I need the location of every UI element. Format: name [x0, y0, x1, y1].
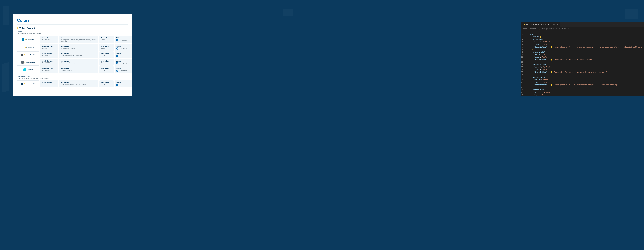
desc-card: Descrizione Colore primario rappresenta,…	[59, 36, 98, 43]
bullet-icon	[24, 62, 25, 63]
color-swatch	[21, 54, 24, 56]
status-icon: ⟳	[116, 70, 118, 72]
code-line[interactable]: "type": "color",	[525, 94, 644, 96]
code-line[interactable]: {	[525, 31, 644, 33]
type-card: Type token Colore	[100, 51, 114, 58]
color-swatch	[21, 61, 24, 64]
token-name: $secondary-90	[26, 62, 35, 63]
group-subtitle: Declinati dai colori del brand INPS	[17, 33, 128, 34]
token-name: $accent	[28, 69, 33, 70]
line-number: 22	[521, 84, 523, 86]
status-value: In evoluzione	[119, 63, 128, 64]
status-icon: ⟳	[116, 55, 118, 57]
line-number: 12	[521, 58, 523, 61]
code-content[interactable]: { "color": { "global": { "primary-100": …	[525, 31, 644, 96]
status-icon: ⟳	[116, 47, 118, 50]
code-line[interactable]: "secondary-90": {	[525, 76, 644, 79]
editor-tab-bar: {} design-tokens-to-convert.json ×	[521, 22, 644, 27]
status-card: Status ⟳ In evoluzione	[114, 66, 132, 73]
token-row: $secondary-100 Specifiche token HEX #454…	[17, 51, 128, 58]
line-number: 16	[521, 68, 523, 71]
token-row: $primary-100 Specifiche token HEX #007db…	[17, 36, 128, 43]
token-swatch-card[interactable]: $primary-000	[17, 44, 39, 51]
code-line[interactable]: },	[525, 61, 644, 63]
status-value: In evoluzione	[119, 48, 128, 49]
breadcrumb-segment[interactable]: ...	[574, 28, 576, 30]
line-number: 1	[521, 31, 523, 33]
code-line[interactable]: },	[525, 86, 644, 89]
status-card: Status ⟳ In evoluzione	[114, 36, 132, 43]
code-line[interactable]: "type": "color",	[525, 56, 644, 58]
token-row: $primary-000 Specifiche token HEX #fffff…	[17, 44, 128, 51]
doc-panel: Colori Token Globali Colori base Declina…	[12, 14, 132, 96]
token-name: $secondary-100	[26, 54, 35, 56]
bullet-icon	[24, 83, 25, 84]
line-number: 18	[521, 74, 523, 76]
color-swatch	[21, 83, 24, 85]
token-swatch-card[interactable]: $secondary-90	[17, 59, 39, 66]
type-card: Type token Colore	[100, 44, 114, 51]
line-number: 4	[521, 38, 523, 41]
code-line[interactable]: "value": "#18cee7",	[525, 91, 644, 94]
code-line[interactable]: "description": "🟡 Token globale: Colore …	[525, 71, 644, 74]
code-line[interactable]: "type": "color",	[525, 43, 644, 46]
code-line[interactable]: "type": "color",	[525, 68, 644, 71]
breadcrumb-segment[interactable]: {} design-tokens-to-convert.json	[539, 28, 570, 30]
line-number: 17	[521, 71, 523, 74]
code-line[interactable]: "value": "#5b6772",	[525, 79, 644, 81]
code-line[interactable]: "description": "🟡 Token globale: Colore …	[525, 46, 644, 48]
code-line[interactable]: "primary-000": {	[525, 51, 644, 53]
color-swatch	[22, 38, 24, 41]
code-area[interactable]: 1234567891011121314151617181920212223242…	[521, 31, 644, 96]
code-line[interactable]: "type": "color",	[525, 81, 644, 84]
line-number: 6	[521, 43, 523, 46]
bullet-icon	[25, 39, 26, 40]
line-number: 20	[521, 79, 523, 81]
token-name: $primary-100	[26, 39, 34, 40]
code-line[interactable]: "value": "#ffffff",	[525, 53, 644, 56]
code-line[interactable]: "color": {	[525, 33, 644, 36]
line-number: 19	[521, 76, 523, 79]
desc-card: Descrizione Colore secondario grigio sub…	[59, 59, 98, 66]
desc-card: Descrizione Colore scuro declinato dal c…	[59, 80, 98, 87]
status-icon: ⟳	[116, 39, 118, 41]
line-number: 10	[521, 53, 523, 56]
token-swatch-card[interactable]: $primary-100	[17, 36, 39, 43]
type-card: Type token Colore	[100, 80, 114, 87]
group-subtitle: Palette cromatica declinata dal colore p…	[17, 77, 128, 79]
code-line[interactable]: "description": "🟡 Token globale: Colore …	[525, 84, 644, 86]
token-swatch-card[interactable]: $secondary-100	[17, 51, 39, 58]
breadcrumb-segment[interactable]: tokens	[530, 28, 536, 30]
editor-tab[interactable]: {} design-tokens-to-convert.json ×	[521, 22, 560, 27]
code-line[interactable]: "accent-100": {	[525, 89, 644, 91]
code-line[interactable]: "global": {	[525, 36, 644, 38]
bullet-icon	[25, 47, 26, 48]
close-icon[interactable]: ×	[557, 23, 558, 26]
code-line[interactable]: "description": "🟡 Token globale: Colore …	[525, 58, 644, 61]
page-title: Colori	[17, 18, 128, 23]
type-card: Type token Colore	[100, 59, 114, 66]
token-swatch-card[interactable]: $accent	[17, 66, 39, 73]
code-line[interactable]: "value": "#007db3",	[525, 41, 644, 43]
code-line[interactable]: },	[525, 74, 644, 76]
group-title: Colori base	[17, 31, 128, 33]
line-number: 21	[521, 81, 523, 84]
code-line[interactable]: },	[525, 48, 644, 51]
status-value: In evoluzione	[119, 70, 128, 71]
bullet-icon	[27, 69, 28, 70]
breadcrumb-segment[interactable]: inps	[523, 28, 527, 30]
status-icon: ⟳	[116, 62, 118, 64]
section-title: Token Globali	[20, 27, 35, 30]
code-line[interactable]: "secondary-100": {	[525, 63, 644, 66]
status-value: In evoluzione	[119, 39, 128, 41]
status-value: In evoluzione	[119, 55, 128, 57]
code-editor: {} design-tokens-to-convert.json × inps›…	[521, 22, 644, 96]
color-swatch	[22, 46, 24, 49]
token-swatch-card[interactable]: $drk-primar-120	[17, 80, 39, 87]
status-icon: ⟳	[116, 84, 118, 86]
breadcrumb[interactable]: inps›tokens›{} design-tokens-to-convert.…	[521, 27, 644, 31]
line-number: 11	[521, 56, 523, 58]
code-line[interactable]: "value": "#454d56",	[525, 66, 644, 68]
status-card: Status ⟳ In evoluzione	[114, 59, 132, 66]
code-line[interactable]: "primary-100": {	[525, 38, 644, 41]
